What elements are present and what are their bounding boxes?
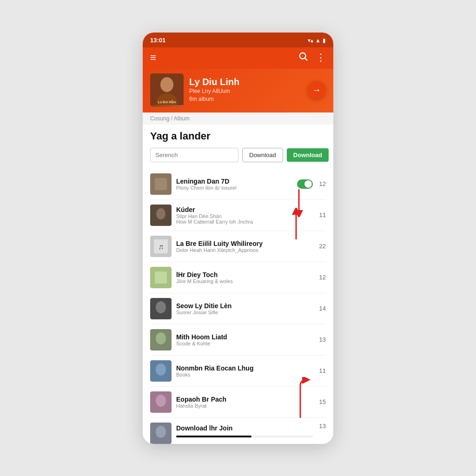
song-item[interactable]: Mith Hoom Liatd Scode & Kohte 13 xyxy=(150,324,326,356)
song-count: 11 xyxy=(317,212,326,218)
song-thumbnail xyxy=(150,360,172,382)
song-thumbnail xyxy=(150,391,172,413)
song-right: 12 xyxy=(297,179,326,189)
artist-info: Ly Diu Linh Plee Lny AllUum 6m album xyxy=(189,77,302,103)
song-meta: Surirer Josúe Sifle xyxy=(176,310,313,315)
svg-point-0 xyxy=(300,53,306,59)
song-right: 15 xyxy=(317,398,326,405)
artist-arrow-button[interactable]: → xyxy=(307,81,326,99)
song-right: 13 xyxy=(317,336,326,343)
download-green-button[interactable]: Download xyxy=(287,148,329,162)
breadcrumb-parent: Cosung xyxy=(150,115,169,122)
song-count: 15 xyxy=(317,398,326,405)
song-info: Eopaoh Br Pach Hahslia Byrat xyxy=(176,396,313,409)
song-info: Nonmbn Ria Eocan Lhug Books xyxy=(176,364,313,377)
header-actions: ⋮ xyxy=(298,51,326,64)
song-count: 12 xyxy=(317,180,326,187)
svg-point-22 xyxy=(156,364,166,376)
svg-point-18 xyxy=(156,301,166,313)
page-content: Yag a lander Download Download Leningan … xyxy=(143,125,333,444)
more-icon[interactable]: ⋮ xyxy=(316,52,326,64)
svg-text:Lú Đui Hủm: Lú Đui Hủm xyxy=(158,99,176,104)
song-info: La Bre Eiilil Luity Whilireory Dolor Hea… xyxy=(176,240,313,253)
toggle-switch[interactable] xyxy=(297,179,313,189)
arrow-right-icon: → xyxy=(312,85,321,95)
status-time: 13:01 xyxy=(150,37,165,44)
song-item[interactable]: Nonmbn Ria Eocan Lhug Books 11 xyxy=(150,356,326,387)
song-thumbnail xyxy=(150,329,172,350)
breadcrumb: Cosung / Album xyxy=(143,112,333,125)
song-count: 12 xyxy=(317,274,326,281)
song-item[interactable]: lHr Diey Toch Jiíre M Eouaring & woles 1… xyxy=(150,262,326,293)
artist-name: Ly Diu Linh xyxy=(189,77,302,87)
song-right: 13 xyxy=(317,423,326,430)
artist-image: Lú Đui Hủm xyxy=(150,73,184,107)
wifi-icon: ▾▴ xyxy=(308,37,313,44)
song-meta: Books xyxy=(176,372,313,377)
song-info: Kúder Stipr Han Dée Shán How M Catterral… xyxy=(176,206,313,225)
svg-text:🎵: 🎵 xyxy=(159,245,164,250)
song-item[interactable]: 🎵 La Bre Eiilil Luity Whilireory Dolor H… xyxy=(150,231,326,262)
song-count: 13 xyxy=(317,423,326,430)
song-info: Seow Ly Ditie Lèn Surirer Josúe Sifle xyxy=(176,302,313,315)
song-title: Download lhr Join xyxy=(176,424,313,432)
song-thumbnail: 🎵 xyxy=(150,236,172,257)
page-title: Yag a lander xyxy=(150,130,326,142)
song-count: 14 xyxy=(317,305,326,312)
song-title: Seow Ly Ditie Lèn xyxy=(176,302,313,310)
svg-rect-16 xyxy=(155,271,167,284)
download-progress-bar xyxy=(176,436,251,437)
song-list: Leningan Dan 7D Plony Chem llón &r losur… xyxy=(150,169,326,444)
breadcrumb-current: Album xyxy=(174,115,190,122)
song-item[interactable]: Kúder Stipr Han Dée Shán How M Catterral… xyxy=(150,200,326,231)
svg-point-24 xyxy=(156,395,166,407)
song-title: Leningan Dan 7D xyxy=(176,178,293,185)
song-count: 11 xyxy=(317,367,326,374)
song-meta-2: How M Catterrall Earry loh Jnchra xyxy=(176,219,313,225)
menu-icon[interactable]: ≡ xyxy=(150,52,156,64)
song-item[interactable]: Leningan Dan 7D Plony Chem llón &r losur… xyxy=(150,169,326,200)
artist-subtitle1: Plee Lny AllUum xyxy=(189,87,302,95)
song-right: 14 xyxy=(317,305,326,312)
song-count: 22 xyxy=(317,243,326,250)
song-info: lHr Diey Toch Jiíre M Eouaring & woles xyxy=(176,271,313,284)
song-info: Leningan Dan 7D Plony Chem llón &r losur… xyxy=(176,178,293,191)
status-bar: 13:01 ▾▴ ▲ ▮ xyxy=(143,33,333,47)
app-header: ≡ ⋮ xyxy=(143,47,333,69)
svg-point-20 xyxy=(156,332,166,344)
song-right: 12 xyxy=(317,274,326,281)
song-info: Mith Hoom Liatd Scode & Kohte xyxy=(176,333,313,346)
song-info: Download lhr Join xyxy=(176,423,313,437)
song-meta: Dolor Heah Hann Xileptch_Apprioos xyxy=(176,247,313,253)
svg-line-1 xyxy=(305,58,307,60)
song-thumbnail xyxy=(150,205,172,226)
svg-rect-7 xyxy=(155,178,167,190)
artist-subtitle2: 6m album xyxy=(189,95,302,103)
phone-container: 13:01 ▾▴ ▲ ▮ ≡ ⋮ xyxy=(143,33,333,444)
song-title: La Bre Eiilil Luity Whilireory xyxy=(176,240,313,247)
song-thumbnail xyxy=(150,298,172,319)
song-meta: Jiíre M Eouaring & woles xyxy=(176,278,313,284)
song-thumbnail xyxy=(150,423,172,444)
search-icon[interactable] xyxy=(298,51,308,64)
svg-point-26 xyxy=(156,426,166,438)
song-right: 22 xyxy=(317,243,326,250)
song-title: Mith Hoom Liatd xyxy=(176,333,313,341)
song-item[interactable]: Seow Ly Ditie Lèn Surirer Josúe Sifle 14 xyxy=(150,293,326,324)
artist-banner: Lú Đui Hủm Ly Diu Linh Plee Lny AllUum 6… xyxy=(143,69,333,112)
action-row: Download Download xyxy=(150,148,326,162)
song-meta: Scode & Kohte xyxy=(176,341,313,346)
download-outline-button[interactable]: Download xyxy=(242,148,283,162)
song-title: Kúder xyxy=(176,206,313,213)
song-right: 11 xyxy=(317,212,326,218)
battery-icon: ▮ xyxy=(323,37,326,44)
song-item-partial[interactable]: Download lhr Join 13 xyxy=(150,418,326,444)
song-meta: Hahslia Byrat xyxy=(176,403,313,409)
song-count: 13 xyxy=(317,336,326,343)
search-input[interactable] xyxy=(150,148,238,162)
signal-icon: ▲ xyxy=(315,37,321,44)
song-item[interactable]: Eopaoh Br Pach Hahslia Byrat 15 xyxy=(150,387,326,418)
song-title: Eopaoh Br Pach xyxy=(176,396,313,403)
svg-point-10 xyxy=(156,208,165,219)
song-title: Nonmbn Ria Eocan Lhug xyxy=(176,364,313,372)
